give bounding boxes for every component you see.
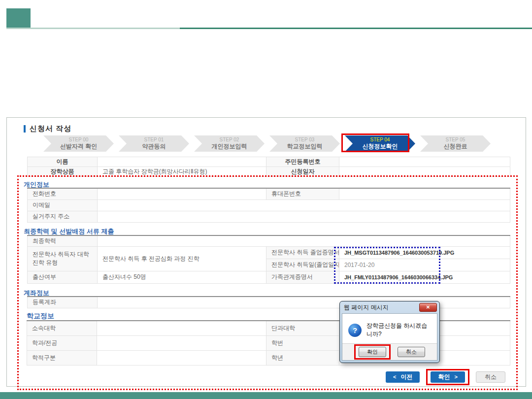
step-num: STEP 01 [144, 137, 164, 142]
mobile-value [339, 188, 510, 200]
enrollment-status-label: 학적구분 [27, 350, 97, 365]
family-cert-label: 가족관계증명서 [266, 271, 339, 283]
table-row: 이메일 [28, 200, 510, 211]
step-00-selection-check: STEP 00 선발자격 확인 [43, 135, 114, 152]
grade-label: 학년 [266, 350, 339, 365]
confirm-button[interactable]: 확인 > [431, 371, 465, 383]
final-edu-label: 최종학력 [28, 235, 98, 246]
dialog-body: ? 장학금신청을 하시겠습니까? 확인 취소 [342, 313, 437, 361]
major-label: 학과/전공 [27, 335, 97, 350]
table-row: 전문학사 취득자 대학 진학 유형 전문학사 취득 후 전공심화 과정 진학 전… [28, 246, 510, 259]
table-row: 실거주지 주소 [28, 211, 510, 222]
close-icon[interactable]: ✕ [419, 303, 437, 312]
final-edu-value [98, 235, 510, 246]
dialog-buttons: 확인 취소 [342, 343, 437, 360]
cancel-button[interactable]: 취소 [476, 371, 505, 383]
step-num: STEP 04 [370, 137, 390, 142]
student-id-label: 학번 [266, 335, 339, 350]
step-num: STEP 03 [295, 137, 315, 142]
address-label: 실거주지 주소 [28, 211, 98, 222]
phone-value [98, 188, 266, 200]
step-label: 선발자격 확인 [60, 142, 97, 151]
step-03-school-info: STEP 03 학교정보입력 [269, 135, 340, 152]
table-row: 장학상품 고졸 후학습자 장학금(희망사다리Ⅱ유형) 신청일자 [28, 167, 510, 177]
school-heading: 학교정보 [27, 312, 54, 321]
summary-table: 이름 주민등록번호 장학상품 고졸 후학습자 장학금(희망사다리Ⅱ유형) 신청일… [27, 157, 510, 177]
grad-cert-filename: JH_MSGT0113487906_1646030053719.JPG [339, 246, 510, 259]
webpage-message-dialog: 웹 페이지 메시지 ✕ ? 장학금신청을 하시겠습니까? 확인 취소 [339, 301, 440, 363]
previous-button-label: 이전 [400, 373, 412, 381]
step-01-terms: STEP 01 약관동의 [119, 135, 189, 152]
step-progress-bar: STEP 00 선발자격 확인 STEP 01 약관동의 STEP 02 개인정… [43, 135, 491, 152]
birth-label: 출산여부 [28, 271, 98, 283]
page-title: 신청서 작성 [30, 124, 71, 133]
enrollment-status-value [97, 350, 266, 365]
title-accent-bar [24, 125, 26, 133]
rrn-value [339, 157, 510, 167]
rrn-label: 주민등록번호 [266, 157, 339, 167]
step-label: 개인정보입력 [212, 142, 247, 151]
education-table: 최종학력 전문학사 취득자 대학 진학 유형 전문학사 취득 후 전공심화 과정… [27, 235, 510, 284]
page-title-wrap: 신청서 작성 [24, 124, 71, 133]
header-divider-light [6, 28, 180, 29]
entry-type-label: 전문학사 취득자 대학 진학 유형 [28, 246, 98, 271]
family-cert-filename: JH_FMLY0113487906_1646030066334.JPG [339, 271, 510, 283]
date-value [339, 167, 510, 177]
table-row: 이름 주민등록번호 [28, 157, 510, 167]
grad-cert-label: 전문학사 취득 졸업증명서 [266, 246, 339, 259]
previous-button[interactable]: < 이전 [386, 371, 420, 383]
product-value: 고졸 후학습자 장학금(희망사다리Ⅱ유형) [98, 167, 266, 177]
dialog-message: 장학금신청을 하시겠습니까? [366, 322, 431, 338]
dialog-ok-button[interactable]: 확인 [359, 347, 386, 357]
registered-account-value [98, 297, 510, 308]
university-value [97, 321, 266, 335]
step-label: 신청완료 [444, 142, 467, 151]
personal-info-table: 전화번호 휴대폰번호 이메일 실거주지 주소 [27, 188, 510, 223]
table-row: 출산여부 출산자녀수 50명 가족관계증명서 JH_FMLY0113487906… [28, 271, 510, 283]
mobile-label: 휴대폰번호 [266, 188, 339, 200]
name-label: 이름 [28, 157, 98, 167]
confirm-button-label: 확인 [438, 373, 450, 381]
grad-date-value: 2017-01-20 [339, 259, 510, 271]
annotation-red-box-confirm: 확인 > [426, 369, 469, 385]
birth-value: 출산자녀수 50명 [98, 271, 266, 283]
step-label: 신청정보확인 [363, 142, 398, 151]
product-label: 장학상품 [28, 167, 98, 177]
header-divider-dark [180, 28, 532, 29]
email-value [98, 200, 510, 211]
brand-logo-block [6, 8, 31, 29]
registered-account-label: 등록계좌 [28, 297, 98, 308]
phone-label: 전화번호 [28, 188, 98, 200]
step-02-personal-info: STEP 02 개인정보입력 [194, 135, 265, 152]
dialog-title: 웹 페이지 메시지 [342, 303, 389, 312]
step-label: 약관동의 [142, 142, 166, 151]
major-value [97, 335, 266, 350]
dialog-cancel-button[interactable]: 취소 [398, 347, 425, 357]
annotation-red-box-dialog-ok: 확인 [354, 344, 391, 360]
dialog-message-row: ? 장학금신청을 하시겠습니까? [342, 314, 437, 343]
step-num: STEP 00 [69, 137, 89, 142]
table-row: 최종학력 [28, 235, 510, 246]
question-icon: ? [348, 324, 362, 337]
footer-bar [0, 392, 532, 399]
college-label: 단과대학 [266, 321, 339, 335]
step-num: STEP 05 [446, 137, 466, 142]
email-label: 이메일 [28, 200, 98, 211]
grad-date-label: 전문학사 취득일(졸업일자) [266, 259, 339, 271]
form-action-buttons: < 이전 확인 > 취소 [386, 367, 505, 386]
step-04-confirm-info-active: STEP 04 신청정보확인 [345, 135, 415, 152]
chevron-right-icon: > [454, 374, 457, 380]
step-label: 학교정보입력 [287, 142, 323, 151]
name-value [98, 157, 266, 167]
address-value [98, 211, 510, 222]
step-num: STEP 02 [220, 137, 239, 142]
university-label: 소속대학 [27, 321, 97, 335]
table-row: 전화번호 휴대폰번호 [28, 188, 510, 200]
dialog-titlebar: 웹 페이지 메시지 ✕ [342, 301, 437, 313]
step-05-complete: STEP 05 신청완료 [420, 135, 491, 152]
date-label: 신청일자 [266, 167, 339, 177]
chevron-left-icon: < [393, 374, 396, 380]
entry-type-value: 전문학사 취득 후 전공심화 과정 진학 [98, 246, 266, 271]
